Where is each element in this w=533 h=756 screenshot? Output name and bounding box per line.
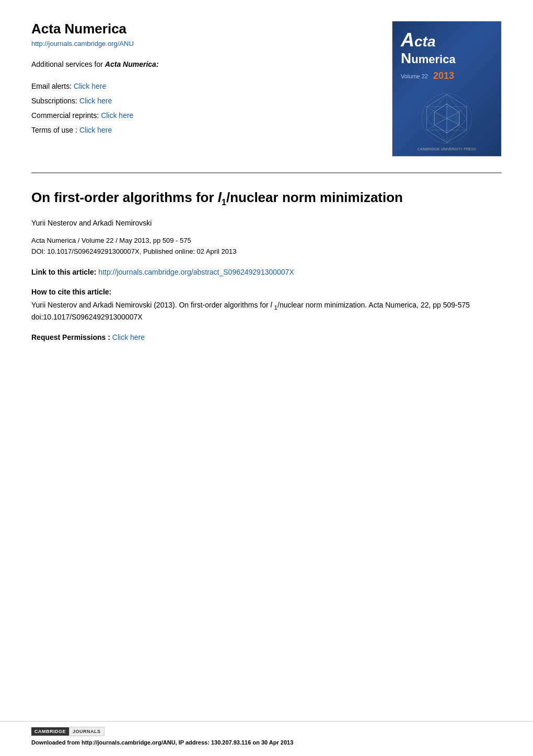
cite-text: Yurii Nesterov and Arkadi Nemirovski (20… xyxy=(31,301,470,321)
pub-line1: Acta Numerica / Volume 22 / May 2013, pp… xyxy=(31,235,502,246)
article-section: On first-order algorithms for l1/nuclear… xyxy=(31,189,502,341)
cover-numerica-text: umerica xyxy=(411,53,455,66)
article-link[interactable]: http://journals.cambridge.org/abstract_S… xyxy=(98,268,294,276)
link-label: Link to this article: xyxy=(31,268,98,276)
terms-of-use-row: Terms of use : Click here xyxy=(31,123,293,137)
how-to-cite: How to cite this article: Yurii Nesterov… xyxy=(31,287,502,323)
services-list: Email alerts: Click here Subscriptions: … xyxy=(31,79,293,137)
terms-of-use-label: Terms of use : xyxy=(31,123,77,137)
article-title: On first-order algorithms for l1/nuclear… xyxy=(31,189,502,208)
cover-acta: Acta xyxy=(401,30,435,51)
cover-numerica: Numerica xyxy=(401,51,456,67)
cover-acta-cap: A xyxy=(401,29,414,51)
journal-title: Acta Numerica xyxy=(31,21,293,37)
additional-services-text: Additional services for xyxy=(31,60,105,68)
cover-numerica-cap: N xyxy=(401,50,411,66)
article-authors: Yurii Nesterov and Arkadi Nemirovski xyxy=(31,219,502,227)
section-divider xyxy=(31,172,502,173)
cover-publisher: CAMBRIDGE UNIVERSITY PRESS xyxy=(418,147,476,151)
footer-downloaded-text: Downloaded from http://journals.cambridg… xyxy=(31,739,502,746)
journal-cover: Acta Numerica Volume 22 2013 xyxy=(392,21,502,157)
journal-name-italic: Acta Numerica: xyxy=(105,60,159,68)
additional-services-label: Additional services for Acta Numerica: xyxy=(31,60,293,68)
permissions-link[interactable]: Click here xyxy=(112,333,145,341)
commercial-reprints-label: Commercial reprints: xyxy=(31,108,99,123)
pub-line2: DOI: 10.1017/S096249291300007X, Publishe… xyxy=(31,246,502,257)
footer-journals-label: JOURNALS xyxy=(69,727,105,736)
journal-url: http://journals.cambridge.org/ANU xyxy=(31,39,293,48)
cover-year: 2013 xyxy=(433,70,454,81)
journal-url-link[interactable]: http://journals.cambridge.org/ANU xyxy=(31,40,134,48)
subscriptions-link[interactable]: Click here xyxy=(79,93,112,108)
email-alerts-row: Email alerts: Click here xyxy=(31,79,293,93)
cover-geometric-image xyxy=(410,89,483,148)
footer-cambridge-label: CAMBRIDGE xyxy=(31,727,69,736)
email-alerts-label: Email alerts: xyxy=(31,79,72,93)
cite-label: How to cite this article: xyxy=(31,287,502,298)
commercial-reprints-link[interactable]: Click here xyxy=(101,108,133,123)
cover-title-area: Acta Numerica xyxy=(401,30,493,66)
cover-volume-row: Volume 22 2013 xyxy=(401,70,493,81)
link-to-article: Link to this article: http://journals.ca… xyxy=(31,268,502,276)
footer-logo-area: CAMBRIDGE JOURNALS xyxy=(31,727,502,736)
subscriptions-row: Subscriptions: Click here xyxy=(31,93,293,108)
commercial-reprints-row: Commercial reprints: Click here xyxy=(31,108,293,123)
page-footer: CAMBRIDGE JOURNALS Downloaded from http:… xyxy=(0,721,533,746)
permissions-label: Request Permissions : xyxy=(31,333,112,341)
email-alerts-link[interactable]: Click here xyxy=(74,79,106,93)
terms-of-use-link[interactable]: Click here xyxy=(79,123,112,137)
publication-info: Acta Numerica / Volume 22 / May 2013, pp… xyxy=(31,235,502,257)
request-permissions: Request Permissions : Click here xyxy=(31,333,502,341)
cover-volume-label: Volume 22 xyxy=(401,73,428,79)
cover-acta-text: cta xyxy=(414,33,435,50)
subscriptions-label: Subscriptions: xyxy=(31,93,77,108)
